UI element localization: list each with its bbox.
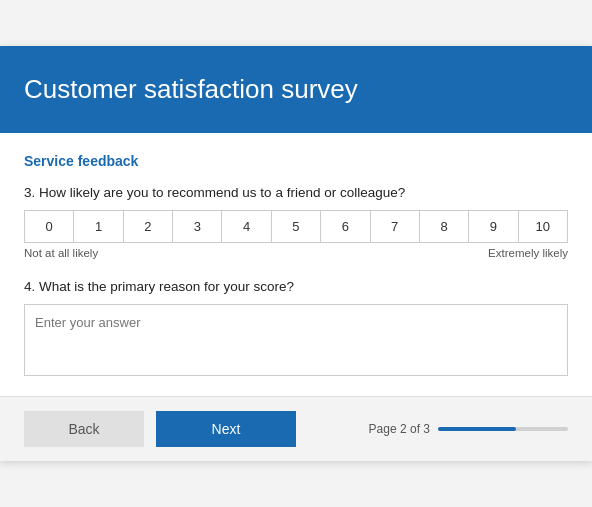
survey-title: Customer satisfaction survey [24,74,568,105]
likert-scale: 0 1 2 3 4 5 6 7 8 9 10 [24,210,568,243]
answer-textarea[interactable] [24,304,568,376]
likert-option-0[interactable]: 0 [25,211,74,242]
question-3-text: 3. How likely are you to recommend us to… [24,185,568,200]
progress-bar-fill [438,427,516,431]
likert-option-5[interactable]: 5 [272,211,321,242]
page-indicator: Page 2 of 3 [308,422,568,436]
next-button[interactable]: Next [156,411,296,447]
question-4-text: 4. What is the primary reason for your s… [24,279,568,294]
likert-option-9[interactable]: 9 [469,211,518,242]
progress-bar-track [438,427,568,431]
survey-body: Service feedback 3. How likely are you t… [0,133,592,396]
section-title: Service feedback [24,153,568,169]
survey-header: Customer satisfaction survey [0,46,592,133]
likert-option-1[interactable]: 1 [74,211,123,242]
likert-option-2[interactable]: 2 [124,211,173,242]
survey-footer: Back Next Page 2 of 3 [0,396,592,461]
likert-option-6[interactable]: 6 [321,211,370,242]
likert-option-10[interactable]: 10 [519,211,567,242]
likert-label-left: Not at all likely [24,247,98,259]
likert-labels: Not at all likely Extremely likely [24,247,568,259]
likert-option-8[interactable]: 8 [420,211,469,242]
back-button[interactable]: Back [24,411,144,447]
survey-container: Customer satisfaction survey Service fee… [0,46,592,461]
likert-label-right: Extremely likely [488,247,568,259]
likert-option-4[interactable]: 4 [222,211,271,242]
likert-option-3[interactable]: 3 [173,211,222,242]
likert-scale-wrapper: 0 1 2 3 4 5 6 7 8 9 10 Not at all likely… [24,210,568,259]
likert-option-7[interactable]: 7 [371,211,420,242]
page-label: Page 2 of 3 [369,422,430,436]
